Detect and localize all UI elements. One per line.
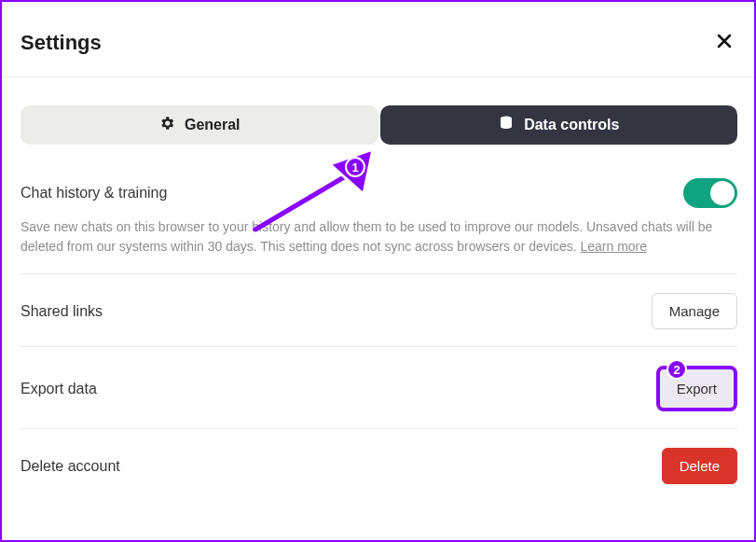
delete-button[interactable]: Delete xyxy=(662,448,737,484)
manage-button[interactable]: Manage xyxy=(652,293,737,329)
page-title: Settings xyxy=(21,31,102,55)
tab-data-controls[interactable]: Data controls xyxy=(380,105,738,145)
section-delete-account: Delete account Delete xyxy=(21,429,737,501)
export-button[interactable]: Export xyxy=(656,366,737,411)
gear-icon xyxy=(158,115,175,135)
section-shared-links: Shared links Manage xyxy=(21,274,737,347)
chat-history-title: Chat history & training xyxy=(21,185,167,202)
delete-account-title: Delete account xyxy=(21,458,120,475)
tab-general-label: General xyxy=(185,117,241,133)
export-data-title: Export data xyxy=(21,381,97,397)
toggle-knob xyxy=(710,181,735,205)
database-icon xyxy=(498,115,515,135)
section-export-data: Export data Export xyxy=(21,347,737,429)
chat-history-toggle[interactable] xyxy=(683,178,737,208)
close-icon xyxy=(716,33,733,53)
section-chat-history: Chat history & training Save new chats o… xyxy=(21,176,737,274)
tab-data-controls-label: Data controls xyxy=(524,117,619,133)
shared-links-title: Shared links xyxy=(21,303,103,320)
close-button[interactable] xyxy=(711,30,737,56)
header-divider xyxy=(2,76,754,77)
tab-general[interactable]: General xyxy=(21,105,378,145)
learn-more-link[interactable]: Learn more xyxy=(580,239,647,254)
chat-history-description: Save new chats on this browser to your h… xyxy=(21,217,737,257)
